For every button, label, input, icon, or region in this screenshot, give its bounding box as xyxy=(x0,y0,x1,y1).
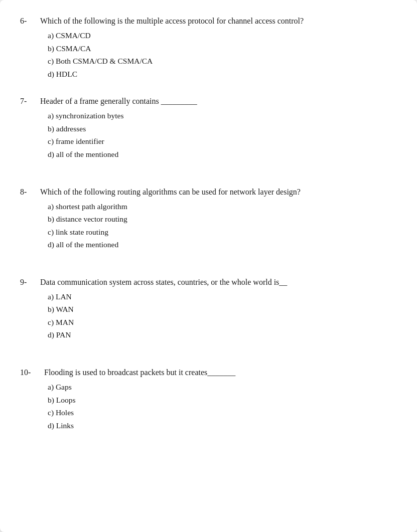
q10-option-c: c) Holes xyxy=(48,406,397,419)
q9-option-b: b) WAN xyxy=(48,303,397,316)
question-10: 10- Flooding is used to broadcast packet… xyxy=(20,367,397,432)
q8-option-c: c) link state routing xyxy=(48,226,397,239)
question-6-text: Which of the following is the multiple a… xyxy=(40,15,304,27)
q9-option-a: a) LAN xyxy=(48,290,397,303)
question-7-header: 7- Header of a frame generally contains … xyxy=(20,95,397,107)
question-7-options: a) synchronization bytes b) addresses c)… xyxy=(48,109,397,160)
page-container: 6- Which of the following is the multipl… xyxy=(0,0,417,532)
q8-option-d: d) all of the mentioned xyxy=(48,238,397,251)
question-6-header: 6- Which of the following is the multipl… xyxy=(20,15,397,27)
question-10-options: a) Gaps b) Loops c) Holes d) Links xyxy=(48,381,397,432)
spacer-1 xyxy=(20,176,397,186)
question-7-number: 7- xyxy=(20,95,40,107)
question-8-options: a) shortest path algorithm b) distance v… xyxy=(48,200,397,251)
question-9-options: a) LAN b) WAN c) MAN d) PAN xyxy=(48,290,397,341)
q10-option-b: b) Loops xyxy=(48,394,397,407)
question-9: 9- Data communication system across stat… xyxy=(20,276,397,341)
q7-option-a: a) synchronization bytes xyxy=(48,109,397,122)
q6-option-a: a) CSMA/CD xyxy=(48,29,397,42)
question-9-number: 9- xyxy=(20,276,40,288)
question-10-header: 10- Flooding is used to broadcast packet… xyxy=(20,367,397,379)
q6-option-b: b) CSMA/CA xyxy=(48,42,397,55)
q9-option-d: d) PAN xyxy=(48,328,397,341)
question-9-header: 9- Data communication system across stat… xyxy=(20,276,397,288)
q10-option-d: d) Links xyxy=(48,419,397,432)
q6-option-c: c) Both CSMA/CD & CSMA/CA xyxy=(48,55,397,68)
q8-option-b: b) distance vector routing xyxy=(48,213,397,226)
question-6-options: a) CSMA/CD b) CSMA/CA c) Both CSMA/CD & … xyxy=(48,29,397,80)
question-8: 8- Which of the following routing algori… xyxy=(20,186,397,251)
question-6: 6- Which of the following is the multipl… xyxy=(20,15,397,80)
question-9-text: Data communication system across states,… xyxy=(40,276,287,288)
q7-option-d: d) all of the mentioned xyxy=(48,148,397,161)
q6-option-d: d) HDLC xyxy=(48,68,397,81)
question-7-text: Header of a frame generally contains ___… xyxy=(40,95,197,107)
question-10-number: 10- xyxy=(20,367,44,379)
question-8-header: 8- Which of the following routing algori… xyxy=(20,186,397,198)
question-8-text: Which of the following routing algorithm… xyxy=(40,186,301,198)
q7-option-c: c) frame identifier xyxy=(48,135,397,148)
q7-option-b: b) addresses xyxy=(48,122,397,135)
question-6-number: 6- xyxy=(20,15,40,27)
q8-option-a: a) shortest path algorithm xyxy=(48,200,397,213)
q9-option-c: c) MAN xyxy=(48,316,397,329)
question-7: 7- Header of a frame generally contains … xyxy=(20,95,397,160)
question-10-text: Flooding is used to broadcast packets bu… xyxy=(44,367,235,379)
question-8-number: 8- xyxy=(20,186,40,198)
q10-option-a: a) Gaps xyxy=(48,381,397,394)
spacer-3 xyxy=(20,357,397,367)
spacer-2 xyxy=(20,266,397,276)
